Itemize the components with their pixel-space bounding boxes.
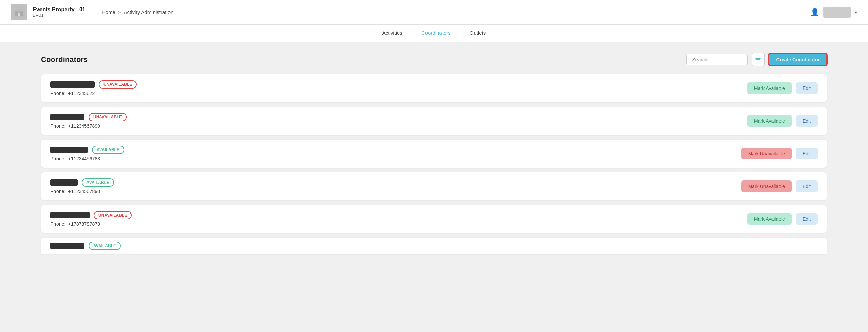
edit-button[interactable]: Edit [796, 148, 818, 159]
user-icon[interactable]: 👤 [810, 8, 819, 17]
coordinator-list: UNAVAILABLE Phone: +112345622 Mark Avail… [41, 74, 827, 254]
nav-tabs: Activities Coordinators Outlets [0, 25, 868, 42]
card-right: Mark Available Edit [747, 115, 818, 127]
main-content: Coordinators Create Coordinator UNAVAILA… [0, 42, 868, 265]
dropdown-arrow-icon[interactable]: ▾ [855, 10, 857, 15]
coordinator-card: AVAILABLE Phone: +11234567890 Mark Unava… [41, 172, 827, 200]
coordinator-phone: Phone: +11234567890 [50, 123, 127, 129]
card-right: Mark Available Edit [747, 213, 818, 225]
header-left: Events Property - 01 EV01 Home > Activit… [11, 4, 173, 20]
status-badge: AVAILABLE [89, 242, 121, 250]
card-left: AVAILABLE Phone: +11234456783 [50, 146, 124, 161]
tab-activities[interactable]: Activities [381, 25, 404, 41]
card-left: AVAILABLE Phone: +11234567890 [50, 178, 114, 194]
coordinator-name-blur [50, 147, 88, 153]
tab-coordinators[interactable]: Coordinators [420, 25, 452, 41]
mark-status-button[interactable]: Mark Available [747, 82, 792, 94]
tab-outlets[interactable]: Outlets [468, 25, 487, 41]
breadcrumb-current: Activity Administration [124, 9, 174, 15]
breadcrumb: Home > Activity Administration [102, 9, 174, 15]
status-badge: AVAILABLE [82, 178, 114, 187]
search-input[interactable] [686, 54, 748, 65]
coordinator-name-blur [50, 243, 84, 249]
mark-status-button[interactable]: Mark Unavailable [741, 148, 792, 159]
property-code: EV01 [33, 13, 85, 18]
mark-status-button[interactable]: Mark Available [747, 213, 792, 225]
create-coordinator-button[interactable]: Create Coordinator [769, 53, 827, 66]
coordinator-card: UNAVAILABLE Phone: +11234567890 Mark Ava… [41, 107, 827, 135]
app-header: Events Property - 01 EV01 Home > Activit… [0, 0, 868, 25]
status-badge: UNAVAILABLE [99, 80, 137, 89]
svg-rect-2 [18, 13, 20, 16]
coordinator-card: AVAILABLE [41, 238, 827, 254]
coordinator-name-blur [50, 114, 84, 120]
svg-rect-1 [17, 9, 21, 12]
coordinator-name-blur [50, 212, 90, 218]
breadcrumb-home[interactable]: Home [102, 9, 115, 15]
property-logo [11, 4, 27, 20]
coordinator-phone: Phone: +11234456783 [50, 156, 124, 161]
property-info: Events Property - 01 EV01 [33, 6, 85, 18]
mark-status-button[interactable]: Mark Unavailable [741, 180, 792, 192]
name-row: UNAVAILABLE [50, 211, 132, 219]
name-row: UNAVAILABLE [50, 113, 127, 121]
page-title: Coordinators [41, 55, 88, 64]
card-left: AVAILABLE [50, 242, 121, 250]
header-actions: Create Coordinator [686, 53, 827, 66]
breadcrumb-separator: > [118, 9, 121, 15]
header-right: 👤 ▾ [810, 7, 857, 18]
mark-status-button[interactable]: Mark Available [747, 115, 792, 127]
name-row: AVAILABLE [50, 146, 124, 154]
card-right: Mark Unavailable Edit [741, 180, 818, 192]
status-badge: AVAILABLE [92, 146, 124, 154]
coordinator-phone: Phone: +11234567890 [50, 189, 114, 194]
card-left: UNAVAILABLE Phone: +112345622 [50, 80, 137, 96]
name-row: UNAVAILABLE [50, 80, 137, 89]
coordinator-name-blur [50, 81, 95, 88]
coordinator-phone: Phone: +112345622 [50, 91, 137, 96]
coordinator-phone: Phone: +17878787878 [50, 221, 132, 227]
user-avatar [823, 7, 851, 18]
filter-button[interactable] [752, 53, 765, 66]
status-badge: UNAVAILABLE [89, 113, 127, 121]
card-right: Mark Available Edit [747, 82, 818, 94]
coordinator-name-blur [50, 179, 78, 186]
property-name: Events Property - 01 [33, 6, 85, 13]
status-badge: UNAVAILABLE [94, 211, 132, 219]
edit-button[interactable]: Edit [796, 115, 818, 127]
card-left: UNAVAILABLE Phone: +17878787878 [50, 211, 132, 227]
name-row: AVAILABLE [50, 242, 121, 250]
coordinator-card: AVAILABLE Phone: +11234456783 Mark Unava… [41, 140, 827, 168]
edit-button[interactable]: Edit [796, 180, 818, 192]
coordinator-card: UNAVAILABLE Phone: +112345622 Mark Avail… [41, 74, 827, 102]
name-row: AVAILABLE [50, 178, 114, 187]
edit-button[interactable]: Edit [796, 213, 818, 225]
edit-button[interactable]: Edit [796, 82, 818, 94]
coordinator-card: UNAVAILABLE Phone: +17878787878 Mark Ava… [41, 205, 827, 233]
card-right: Mark Unavailable Edit [741, 148, 818, 159]
card-left: UNAVAILABLE Phone: +11234567890 [50, 113, 127, 129]
section-header: Coordinators Create Coordinator [41, 53, 827, 66]
